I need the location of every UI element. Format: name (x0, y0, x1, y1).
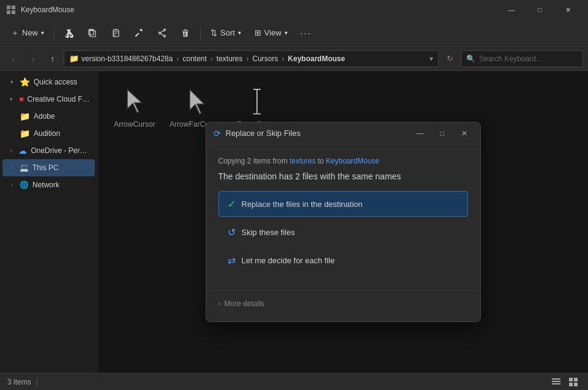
expand-icon-cc: ▾ (7, 95, 15, 103)
address-textures: textures (217, 54, 243, 63)
grid-view-button[interactable] (566, 375, 581, 389)
sidebar-item-adobe[interactable]: 📁 Adobe (2, 108, 95, 125)
more-details-icon: › (218, 299, 221, 308)
svg-rect-20 (569, 378, 573, 381)
view-dropdown-icon: ▾ (285, 29, 288, 36)
maximize-button[interactable]: □ (526, 0, 554, 20)
sidebar-item-creative-cloud[interactable]: ▾ ■ Creative Cloud Files (2, 91, 95, 108)
up-button[interactable]: ↑ (44, 50, 61, 67)
toolbar: ＋ New ▾ ⇅ Sort ▾ ⊞ View ▾ ··· (0, 20, 588, 47)
svg-rect-23 (574, 383, 578, 386)
dialog-option-decide[interactable]: ⇄ Let me decide for each file (218, 247, 468, 273)
sidebar-item-quick-access[interactable]: ▾ ⭐ Quick access (2, 73, 95, 91)
sort-label: Sort (220, 28, 235, 37)
sidebar-item-network[interactable]: › 🌐 Network (2, 176, 95, 193)
expand-icon-net: › (7, 181, 16, 189)
svg-rect-18 (552, 381, 560, 382)
network-icon: 🌐 (20, 181, 29, 189)
address-keyboardmouse: KeyboardMouse (288, 54, 345, 63)
refresh-button[interactable]: ↻ (441, 50, 458, 67)
dialog-minimize-button[interactable]: — (412, 126, 429, 141)
content-area: ArrowCursor ArrowFarCursor (98, 71, 588, 373)
forward-button[interactable]: › (24, 50, 42, 67)
svg-rect-3 (12, 10, 15, 14)
replace-icon: ✓ (228, 198, 236, 210)
sidebar-item-onedrive[interactable]: › ☁ OneDrive - Personal (2, 142, 95, 159)
expand-icon: ▾ (7, 78, 16, 86)
dest-link[interactable]: KeyboardMouse (326, 157, 379, 165)
dialog-body: Copying 2 items from textures to Keyboar… (206, 144, 480, 285)
dialog-dest-message: The destination has 2 files with the sam… (218, 171, 468, 181)
source-link[interactable]: textures (289, 157, 316, 165)
dialog-option-skip[interactable]: ↺ Skip these files (218, 219, 468, 245)
address-bar[interactable]: 📁 version-b3318486267b428a › content › t… (64, 50, 439, 67)
items-count: 3 items (7, 378, 31, 386)
sidebar-label-adobe: Adobe (34, 112, 55, 121)
back-button[interactable]: ‹ (5, 50, 22, 67)
cut-button[interactable] (58, 23, 80, 43)
svg-rect-19 (552, 383, 560, 384)
more-details-button[interactable]: › More details (218, 296, 468, 312)
view-button[interactable]: ⊞ View ▾ (248, 23, 294, 43)
view-toggle (549, 375, 581, 389)
more-details-label: More details (225, 299, 264, 308)
new-label: New (22, 28, 38, 37)
delete-button[interactable] (174, 23, 196, 43)
adobe-folder-icon: 📁 (20, 111, 30, 121)
svg-rect-4 (90, 31, 95, 37)
sort-dropdown-icon: ▾ (238, 29, 241, 36)
address-folder-icon: 📁 (69, 54, 79, 63)
copy-button[interactable] (81, 23, 103, 43)
sidebar-label-onedrive: OneDrive - Personal (31, 146, 90, 155)
decide-label: Let me decide for each file (242, 256, 335, 265)
svg-point-9 (159, 32, 161, 34)
dialog-close-button[interactable]: ✕ (456, 126, 473, 141)
sort-button[interactable]: ⇅ Sort ▾ (204, 23, 247, 43)
dialog-option-replace[interactable]: ✓ Replace the files in the destination (218, 191, 468, 217)
expand-icon-pc: › (7, 163, 16, 172)
sidebar-label-audition: Audition (34, 129, 60, 138)
expand-icon-od: › (7, 146, 15, 155)
svg-rect-2 (7, 10, 10, 14)
skip-label: Skip these files (242, 228, 295, 237)
toolbar-divider-1 (54, 27, 54, 39)
more-button[interactable]: ··· (295, 23, 317, 43)
sidebar-label-creative-cloud: Creative Cloud Files (28, 95, 90, 103)
search-placeholder: Search Keyboard... (479, 54, 542, 63)
replace-label: Replace the files in the destination (242, 200, 363, 209)
paste-button[interactable] (105, 23, 127, 43)
sidebar: ▾ ⭐ Quick access ▾ ■ Creative Cloud File… (0, 71, 98, 373)
dialog-title-text: Replace or Skip Files (226, 129, 407, 138)
title-bar: KeyboardMouse — □ ✕ (0, 0, 588, 20)
minimize-button[interactable]: — (497, 0, 526, 20)
sidebar-label-network: Network (32, 181, 59, 189)
sidebar-item-audition[interactable]: 📁 Audition (2, 125, 95, 142)
search-box[interactable]: 🔍 Search Keyboard... (461, 50, 583, 67)
search-icon: 🔍 (466, 54, 475, 63)
close-button[interactable]: ✕ (554, 0, 582, 20)
sidebar-item-this-pc[interactable]: › 💻 This PC (2, 159, 95, 176)
svg-line-11 (161, 33, 164, 36)
address-content: content (182, 54, 206, 63)
audition-folder-icon: 📁 (20, 129, 30, 138)
window-icon (6, 5, 16, 15)
svg-rect-17 (552, 378, 560, 380)
toolbar-divider-2 (200, 27, 201, 39)
share-button[interactable] (151, 23, 173, 43)
svg-point-7 (164, 29, 166, 31)
list-view-button[interactable] (549, 375, 564, 389)
rename-button[interactable] (128, 23, 150, 43)
quick-access-icon: ⭐ (20, 77, 30, 87)
address-cursors: Cursors (253, 54, 278, 63)
creative-cloud-icon: ■ (19, 95, 23, 103)
dialog-maximize-button[interactable]: □ (434, 126, 451, 141)
svg-rect-0 (7, 6, 10, 9)
sidebar-label-quick-access: Quick access (34, 78, 77, 86)
window-title: KeyboardMouse (21, 6, 493, 14)
dialog-overlay: ⟳ Replace or Skip Files — □ ✕ Copying 2 … (98, 71, 588, 373)
more-icon: ··· (300, 28, 312, 38)
new-button[interactable]: ＋ New ▾ (5, 23, 50, 43)
new-icon: ＋ (11, 28, 19, 39)
onedrive-icon: ☁ (18, 146, 27, 156)
address-dropdown-icon[interactable]: ▾ (430, 54, 433, 63)
